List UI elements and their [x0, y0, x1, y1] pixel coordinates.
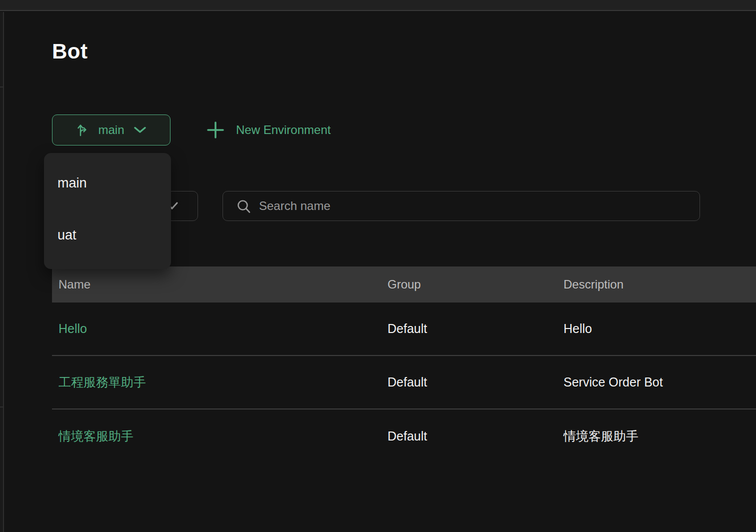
left-panel-edge: [0, 12, 4, 532]
new-environment-button[interactable]: New Environment: [206, 114, 330, 146]
branch-menu-item-uat[interactable]: uat: [44, 209, 171, 261]
new-environment-label: New Environment: [236, 123, 330, 137]
bot-description-cell: 情境客服助手: [557, 428, 756, 444]
table-row: 情境客服助手 Default 情境客服助手: [52, 410, 756, 463]
bot-name-link[interactable]: 情境客服助手: [58, 429, 134, 443]
column-header-description: Description: [557, 278, 756, 292]
left-panel-divider: [0, 406, 4, 408]
column-header-name: Name: [52, 278, 381, 292]
bot-table: Name Group Description Hello Default Hel…: [52, 266, 756, 463]
bot-name-cell: 情境客服助手: [52, 428, 381, 444]
branch-selector-label: main: [98, 123, 124, 137]
branch-menu-item-main[interactable]: main: [44, 157, 171, 209]
chevron-down-icon: [134, 126, 146, 134]
left-panel-divider: [0, 86, 4, 88]
bot-name-link[interactable]: Hello: [58, 322, 87, 336]
table-row: 工程服務單助手 Default Service Order Bot: [52, 356, 756, 410]
table-row: Hello Default Hello: [52, 302, 756, 356]
plus-icon: [206, 120, 225, 140]
bot-name-cell: 工程服務單助手: [52, 374, 381, 390]
page-title: Bot: [52, 40, 88, 63]
bot-name-link[interactable]: 工程服務單助手: [58, 375, 146, 389]
table-header-row: Name Group Description: [52, 266, 756, 302]
branch-selector-button[interactable]: main: [52, 114, 170, 146]
branch-dropdown-menu: main uat: [44, 153, 171, 269]
bot-group-cell: Default: [381, 429, 557, 444]
bot-description-cell: Hello: [557, 322, 756, 336]
bot-group-cell: Default: [381, 322, 557, 336]
top-bar: [0, 0, 756, 11]
search-box: [222, 191, 700, 221]
bot-description-cell: Service Order Bot: [557, 375, 756, 390]
bot-group-cell: Default: [381, 375, 557, 390]
page: Bot main New Environment: [0, 0, 756, 532]
search-input[interactable]: [223, 192, 700, 220]
git-branch-icon: [76, 122, 89, 138]
bot-name-cell: Hello: [52, 322, 381, 336]
column-header-group: Group: [381, 278, 557, 292]
